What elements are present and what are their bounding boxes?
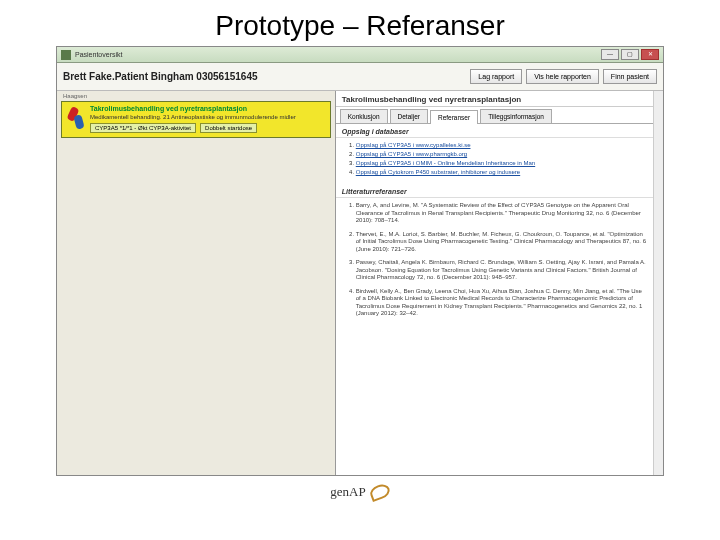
patient-name: Brett Fake.Patient Bingham 03056151645 bbox=[63, 71, 466, 82]
minimize-button[interactable]: — bbox=[601, 49, 619, 60]
maximize-button[interactable]: ▢ bbox=[621, 49, 639, 60]
list-item: Birdwell, Kelly A., Ben Grady, Leena Cho… bbox=[356, 288, 647, 318]
warning-title: Takrolimusbehandling ved nyretransplanta… bbox=[90, 105, 327, 112]
app-icon bbox=[61, 50, 71, 60]
tab-bar: Konklusjon Detaljer Referanser Tilleggsi… bbox=[336, 107, 653, 124]
warning-panel[interactable]: Takrolimusbehandling ved nyretransplanta… bbox=[61, 101, 331, 138]
database-link-list: Oppslag på CYP3A5 i www.cypalleles.ki.se… bbox=[336, 138, 653, 184]
create-report-button[interactable]: Lag rapport bbox=[470, 69, 522, 84]
db-link[interactable]: Oppslag på Cytokrom P450 substrater, inh… bbox=[356, 169, 520, 175]
list-item: Oppslag på CYP3A5 i www.pharmgkb.org bbox=[356, 151, 647, 157]
tab-conclusion[interactable]: Konklusjon bbox=[340, 109, 388, 123]
ref-text: Thervet, E., M.A. Loriot, S. Barbier, M.… bbox=[356, 231, 646, 252]
titlebar: Pasientoversikt — ▢ ✕ bbox=[57, 47, 663, 63]
logo-swirl-icon bbox=[370, 485, 390, 499]
right-inner: Takrolimusbehandling ved nyretransplanta… bbox=[336, 91, 663, 475]
header-bar: Brett Fake.Patient Bingham 03056151645 L… bbox=[57, 63, 663, 91]
dose-chip: Dobbelt startdose bbox=[200, 123, 257, 133]
left-subheading: Haagsen bbox=[57, 91, 335, 99]
ref-text: Barry, A, and Levine, M. "A Systematic R… bbox=[356, 202, 641, 223]
ref-text: Passey, Chaitali, Angela K. Birnbaum, Ri… bbox=[356, 259, 646, 280]
ref-text: Birdwell, Kelly A., Ben Grady, Leena Cho… bbox=[356, 288, 643, 317]
app-window: Pasientoversikt — ▢ ✕ Brett Fake.Patient… bbox=[56, 46, 664, 476]
literature-ref-list: Barry, A, and Levine, M. "A Systematic R… bbox=[336, 198, 653, 330]
chip-row: CYP3A5 *1/*1 - Økt CYP3A-aktivitet Dobbe… bbox=[90, 123, 327, 133]
vertical-scrollbar[interactable] bbox=[653, 91, 663, 475]
tab-additional-info[interactable]: Tilleggsinformasjon bbox=[480, 109, 552, 123]
genotype-chip: CYP3A5 *1/*1 - Økt CYP3A-aktivitet bbox=[90, 123, 196, 133]
db-link[interactable]: Oppslag på CYP3A5 i www.pharmgkb.org bbox=[356, 151, 467, 157]
list-item: Oppslag på CYP3A5 i www.cypalleles.ki.se bbox=[356, 142, 647, 148]
list-item: Passey, Chaitali, Angela K. Birnbaum, Ri… bbox=[356, 259, 647, 282]
list-item: Thervet, E., M.A. Loriot, S. Barbier, M.… bbox=[356, 231, 647, 254]
titlebar-text: Pasientoversikt bbox=[75, 51, 601, 58]
left-column: Haagsen Takrolimusbehandling ved nyretra… bbox=[57, 91, 336, 475]
footer-logo-area: genAP bbox=[0, 476, 720, 500]
genap-logo: genAP bbox=[330, 484, 389, 500]
tab-references[interactable]: Referanser bbox=[430, 110, 478, 124]
db-link[interactable]: Oppslag på CYP3A5 i www.cypalleles.ki.se bbox=[356, 142, 471, 148]
section-literature: Litteraturreferanser bbox=[336, 184, 653, 198]
right-column: Takrolimusbehandling ved nyretransplanta… bbox=[336, 91, 663, 475]
list-item: Oppslag på Cytokrom P450 substrater, inh… bbox=[356, 169, 647, 175]
list-item: Oppslag på CYP3A5 i OMIM - Online Mendel… bbox=[356, 160, 647, 166]
logo-text: genAP bbox=[330, 484, 365, 500]
db-link[interactable]: Oppslag på CYP3A5 i OMIM - Online Mendel… bbox=[356, 160, 535, 166]
body-columns: Haagsen Takrolimusbehandling ved nyretra… bbox=[57, 91, 663, 475]
section-database-lookups: Oppslag i databaser bbox=[336, 124, 653, 138]
show-full-report-button[interactable]: Vis hele rapporten bbox=[526, 69, 599, 84]
find-patient-button[interactable]: Finn pasient bbox=[603, 69, 657, 84]
warning-subtitle: Medikamentell behandling. 21 Antineoplas… bbox=[90, 114, 327, 120]
content-title: Takrolimusbehandling ved nyretransplanta… bbox=[336, 91, 653, 107]
list-item: Barry, A, and Levine, M. "A Systematic R… bbox=[356, 202, 647, 225]
slide-title: Prototype – Referanser bbox=[0, 0, 720, 46]
tab-details[interactable]: Detaljer bbox=[390, 109, 428, 123]
close-button[interactable]: ✕ bbox=[641, 49, 659, 60]
window-buttons: — ▢ ✕ bbox=[601, 49, 659, 60]
pills-icon bbox=[65, 105, 87, 131]
